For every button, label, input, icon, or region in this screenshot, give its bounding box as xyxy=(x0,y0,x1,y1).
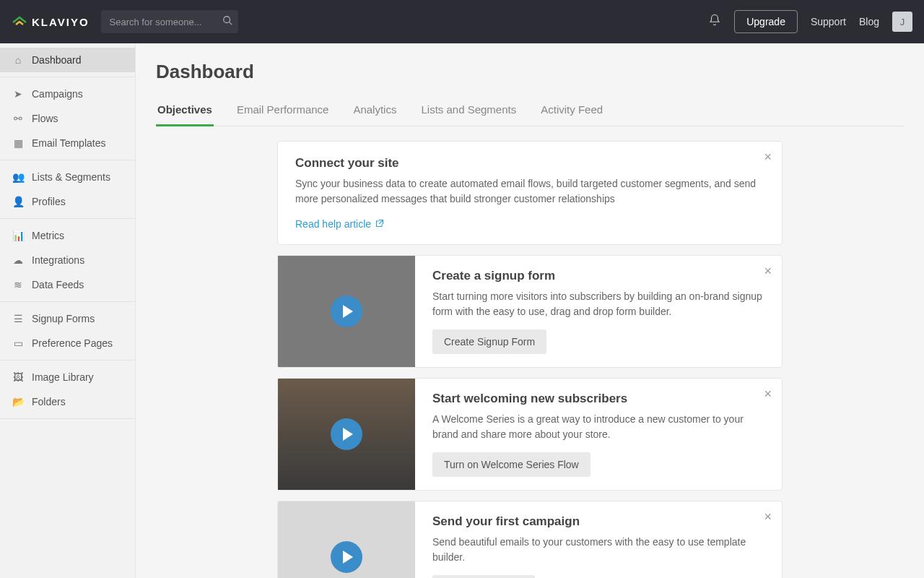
tab-objectives[interactable]: Objectives xyxy=(156,96,214,126)
sidebar-item-label: Preference Pages xyxy=(32,337,113,349)
sidebar: ⌂Dashboard➤Campaigns⚯Flows▦Email Templat… xyxy=(0,43,136,578)
sidebar-item-image-library[interactable]: 🖼Image Library xyxy=(0,365,135,389)
paper-plane-icon: ➤ xyxy=(12,88,25,100)
external-link-icon xyxy=(375,218,384,230)
card-body: Send beautiful emails to your customers … xyxy=(432,535,764,565)
page-header: Dashboard ObjectivesEmail PerformanceAna… xyxy=(136,43,924,126)
close-icon[interactable]: × xyxy=(764,510,772,523)
notifications-icon[interactable] xyxy=(708,14,721,30)
sidebar-item-email-templates[interactable]: ▦Email Templates xyxy=(0,131,135,155)
tab-lists-and-segments[interactable]: Lists and Segments xyxy=(419,96,518,126)
brand-name: KLAVIYO xyxy=(32,16,90,28)
sidebar-item-dashboard[interactable]: ⌂Dashboard xyxy=(0,48,135,72)
image-icon: 🖼 xyxy=(12,371,25,383)
sidebar-item-label: Dashboard xyxy=(32,54,82,66)
support-link[interactable]: Support xyxy=(811,16,846,27)
tabs: ObjectivesEmail PerformanceAnalyticsList… xyxy=(156,96,904,126)
video-thumbnail[interactable] xyxy=(278,501,415,578)
objective-cards: ×Connect your siteSync your business dat… xyxy=(263,141,797,578)
card-title: Start welcoming new subscribers xyxy=(432,392,764,406)
card-title: Connect your site xyxy=(295,156,764,171)
sidebar-item-label: Lists & Segments xyxy=(32,171,110,183)
logo-mark-icon xyxy=(12,15,27,28)
card-title: Send your first campaign xyxy=(432,514,764,529)
video-thumbnail[interactable] xyxy=(278,256,415,367)
home-icon: ⌂ xyxy=(12,54,25,66)
blog-link[interactable]: Blog xyxy=(859,16,879,27)
read-help-link[interactable]: Read help article xyxy=(295,218,764,230)
flow-icon: ⚯ xyxy=(12,113,25,124)
sidebar-item-label: Folders xyxy=(32,396,66,407)
sidebar-item-label: Data Feeds xyxy=(32,279,84,290)
video-thumbnail[interactable] xyxy=(278,379,415,490)
sidebar-item-profiles[interactable]: 👤Profiles xyxy=(0,189,135,214)
users-icon: 👥 xyxy=(12,171,25,183)
sidebar-item-label: Campaigns xyxy=(32,88,83,100)
sidebar-item-metrics[interactable]: 📊Metrics xyxy=(0,223,135,248)
play-icon xyxy=(331,541,362,573)
cloud-icon: ☁ xyxy=(12,254,25,266)
sidebar-item-campaigns[interactable]: ➤Campaigns xyxy=(0,82,135,106)
sidebar-item-integrations[interactable]: ☁Integrations xyxy=(0,248,135,272)
avatar[interactable]: J xyxy=(892,12,912,32)
sidebar-item-data-feeds[interactable]: ≋Data Feeds xyxy=(0,272,135,297)
folder-icon: 📂 xyxy=(12,396,25,407)
card-body: Sync your business data to create automa… xyxy=(295,176,764,207)
template-icon: ▦ xyxy=(12,137,25,149)
page-icon: ▭ xyxy=(12,337,25,349)
sidebar-item-flows[interactable]: ⚯Flows xyxy=(0,106,135,131)
svg-line-1 xyxy=(229,22,232,25)
sidebar-item-label: Image Library xyxy=(32,371,94,383)
upgrade-button[interactable]: Upgrade xyxy=(734,10,798,33)
play-icon xyxy=(331,296,362,327)
tab-analytics[interactable]: Analytics xyxy=(352,96,398,126)
card-action-button[interactable]: Turn on Welcome Series Flow xyxy=(432,452,590,477)
sidebar-item-lists-segments[interactable]: 👥Lists & Segments xyxy=(0,165,135,189)
objective-card: ×Send your first campaignSend beautiful … xyxy=(277,501,783,578)
sidebar-item-label: Flows xyxy=(32,113,58,124)
chart-icon: 📊 xyxy=(12,230,25,241)
tab-email-performance[interactable]: Email Performance xyxy=(235,96,331,126)
close-icon[interactable]: × xyxy=(764,387,772,400)
card-title: Create a signup form xyxy=(432,269,764,283)
close-icon[interactable]: × xyxy=(764,150,772,163)
close-icon[interactable]: × xyxy=(764,264,772,277)
brand-logo[interactable]: KLAVIYO xyxy=(12,15,90,28)
feed-icon: ≋ xyxy=(12,279,25,290)
sidebar-item-label: Metrics xyxy=(32,230,64,241)
search-box xyxy=(101,10,238,33)
topbar: KLAVIYO Upgrade Support Blog J xyxy=(0,0,924,43)
top-actions: Upgrade Support Blog J xyxy=(708,10,912,33)
sidebar-item-signup-forms[interactable]: ☰Signup Forms xyxy=(0,306,135,331)
card-body: Start turning more visitors into subscri… xyxy=(432,289,764,319)
sidebar-item-label: Signup Forms xyxy=(32,313,95,324)
sidebar-item-preference-pages[interactable]: ▭Preference Pages xyxy=(0,331,135,355)
objective-card: ×Connect your siteSync your business dat… xyxy=(277,141,783,245)
card-action-button[interactable]: Create Campaign xyxy=(432,575,535,578)
card-body: A Welcome Series is a great way to intro… xyxy=(432,412,764,442)
main-content: Dashboard ObjectivesEmail PerformanceAna… xyxy=(136,43,924,578)
user-icon: 👤 xyxy=(12,196,25,207)
sidebar-item-label: Profiles xyxy=(32,196,66,207)
sidebar-item-folders[interactable]: 📂Folders xyxy=(0,389,135,414)
page-title: Dashboard xyxy=(156,61,904,83)
search-icon xyxy=(222,15,232,28)
sidebar-item-label: Email Templates xyxy=(32,137,105,149)
objective-card: ×Start welcoming new subscribersA Welcom… xyxy=(277,378,783,491)
play-icon xyxy=(331,418,362,450)
card-action-button[interactable]: Create Signup Form xyxy=(432,329,546,354)
sidebar-item-label: Integrations xyxy=(32,254,84,266)
form-icon: ☰ xyxy=(12,313,25,324)
search-input[interactable] xyxy=(101,10,238,33)
objective-card: ×Create a signup formStart turning more … xyxy=(277,255,783,368)
tab-activity-feed[interactable]: Activity Feed xyxy=(539,96,604,126)
svg-point-0 xyxy=(223,17,230,23)
